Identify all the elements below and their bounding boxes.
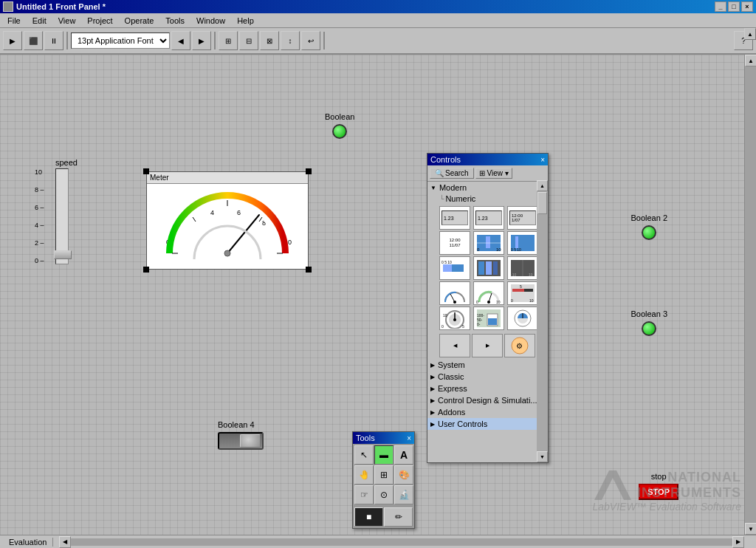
menu-file[interactable]: File: [1, 15, 27, 27]
svg-text:10: 10: [496, 300, 501, 304]
svg-text:4: 4: [210, 209, 214, 216]
distribute-button[interactable]: ⊟: [239, 31, 258, 50]
tree-control-design[interactable]: ▶ Control Design & Simulati...: [427, 394, 548, 406]
numeric-ctrl-1[interactable]: 1.23: [439, 206, 470, 230]
tree-user-controls[interactable]: ▶ User Controls: [427, 418, 548, 430]
probe-tool[interactable]: 🔬: [394, 485, 413, 504]
handle-bottomright[interactable]: [306, 267, 312, 273]
menu-project[interactable]: Project: [81, 15, 118, 27]
pause-button[interactable]: ⏸: [44, 31, 63, 50]
reorder-button[interactable]: ↕: [281, 31, 300, 50]
search-button[interactable]: 🔍 Search: [430, 168, 474, 179]
color-copy-tool[interactable]: 🎨: [394, 465, 413, 484]
numeric-ctrl-extra[interactable]: [507, 306, 538, 330]
undo-button[interactable]: ↩: [301, 31, 320, 50]
scroll-down-ctrl[interactable]: ▼: [537, 451, 548, 462]
resize-button[interactable]: ⊠: [260, 31, 279, 50]
numeric-ctrl-2[interactable]: 1.23: [473, 206, 504, 230]
menu-help[interactable]: Help: [231, 15, 260, 27]
close-button[interactable]: ×: [741, 1, 753, 12]
toggle-switch[interactable]: [218, 432, 264, 450]
tools-panel-close[interactable]: ×: [407, 434, 411, 442]
numeric-ctrl-4[interactable]: 12:0011/07: [439, 231, 470, 255]
numeric-ctrl-arrow-left[interactable]: ◀: [439, 334, 470, 357]
handle-topright[interactable]: [306, 168, 312, 174]
numeric-ctrl-gauge2[interactable]: 0 10: [473, 281, 504, 305]
view-button[interactable]: ⊞ View ▾: [475, 168, 512, 179]
boolean-3-led[interactable]: [642, 321, 656, 336]
font-size-inc-button[interactable]: ▶: [192, 31, 211, 50]
run-button[interactable]: ▶: [3, 31, 22, 50]
meter-widget-container: Meter 0: [146, 171, 309, 270]
toggle-knob[interactable]: [240, 434, 261, 448]
speed-slider-thumb[interactable]: [54, 250, 72, 259]
speed-label: speed: [55, 158, 78, 167]
minimize-button[interactable]: _: [715, 1, 726, 12]
font-size-dec-button[interactable]: ◀: [171, 31, 190, 50]
scroll-left-btn[interactable]: ◀: [59, 536, 71, 548]
separator-2: [214, 32, 216, 49]
menu-edit[interactable]: Edit: [27, 15, 52, 27]
tree-addons[interactable]: ▶ Addons: [427, 406, 548, 418]
numeric-ctrl-special[interactable]: ⚙: [504, 334, 535, 357]
numeric-ctrl-circular1[interactable]: 10 0 5: [439, 306, 470, 330]
addons-arrow: ▶: [430, 409, 435, 416]
numeric-ctrl-7[interactable]: 0 5 10: [439, 256, 470, 280]
controls-panel-close[interactable]: ×: [540, 156, 545, 164]
stop-toolbar-button[interactable]: ⬛: [24, 31, 43, 50]
ni-text-group: NATIONALINSTRUMENTS: [637, 470, 741, 501]
view-label: View: [487, 169, 503, 177]
font-dropdown[interactable]: 13pt Application Font: [71, 32, 170, 49]
handle-bottomleft[interactable]: [143, 267, 149, 273]
maximize-button[interactable]: □: [728, 1, 740, 12]
text-tool[interactable]: A: [394, 445, 413, 465]
tree-express[interactable]: ▶ Express: [427, 383, 548, 394]
connect-tool[interactable]: 🤚: [354, 465, 374, 484]
speed-scale: 10 8 – 6 – 4 – 2 – 0 –: [35, 168, 44, 264]
canvas-background[interactable]: speed 10 8 – 6 – 4 – 2 – 0 –: [0, 55, 756, 535]
svg-line-9: [193, 217, 196, 222]
scroll-tool[interactable]: ☞: [354, 485, 374, 504]
color-pick-tool[interactable]: ✏: [384, 507, 413, 527]
green-bar-tool[interactable]: ▬: [374, 445, 394, 465]
controls-panel: Controls × 🔍 Search ⊞ View ▾ ▼ Mode: [427, 153, 549, 463]
scroll-up-button[interactable]: ▲: [744, 28, 756, 40]
svg-text:5: 5: [462, 324, 464, 329]
menu-window[interactable]: Window: [190, 15, 231, 27]
bottom-scrollbar: ◀ ▶: [59, 535, 744, 548]
numeric-ctrl-5[interactable]: 0 10: [473, 231, 504, 255]
numeric-ctrl-3[interactable]: 12:001/07: [507, 206, 538, 230]
tree-modern[interactable]: ▼ Modern: [427, 182, 548, 193]
numeric-ctrl-8[interactable]: [473, 256, 504, 280]
scroll-up-ctrl[interactable]: ▲: [537, 180, 548, 191]
classic-arrow: ▶: [430, 374, 435, 380]
handle-topleft[interactable]: [143, 168, 149, 174]
tree-system[interactable]: ▶ System: [427, 359, 548, 371]
tree-numeric[interactable]: └ Numeric: [436, 193, 548, 204]
menu-operate[interactable]: Operate: [119, 15, 160, 27]
numeric-ctrl-circular2[interactable]: 100- 50- 0-: [473, 306, 504, 330]
boolean-1-led[interactable]: [332, 124, 347, 139]
numeric-ctrl-gauge3[interactable]: 0 5 10: [507, 281, 538, 305]
breakpoint-tool[interactable]: ⊙: [374, 485, 394, 504]
boolean-4-label: Boolean 4: [218, 420, 264, 429]
canvas-scroll-down[interactable]: ▼: [745, 523, 756, 535]
numeric-ctrl-6[interactable]: 0 5 10: [507, 231, 538, 255]
menu-view[interactable]: View: [52, 15, 82, 27]
object-tool[interactable]: ⊞: [374, 465, 394, 484]
numeric-ctrl-gauge1[interactable]: [439, 281, 470, 305]
control-design-arrow: ▶: [430, 397, 435, 404]
scroll-right-btn[interactable]: ▶: [732, 536, 744, 548]
align-button[interactable]: ⊞: [219, 31, 238, 50]
numeric-ctrl-9[interactable]: -10 10: [507, 256, 538, 280]
numeric-ctrl-arrow-right[interactable]: ▶: [472, 334, 503, 357]
canvas-scroll-up[interactable]: ▲: [745, 55, 756, 66]
svg-text:0: 0: [511, 298, 513, 303]
boolean-2-led[interactable]: [642, 225, 656, 240]
menu-tools[interactable]: Tools: [159, 15, 190, 27]
color-set-tool[interactable]: ■: [354, 507, 383, 527]
pointer-tool[interactable]: ↖: [354, 445, 374, 465]
scroll-thumb-ctrl[interactable]: [537, 192, 547, 214]
speed-slider-track[interactable]: [55, 168, 69, 264]
tree-classic[interactable]: ▶ Classic: [427, 371, 548, 383]
